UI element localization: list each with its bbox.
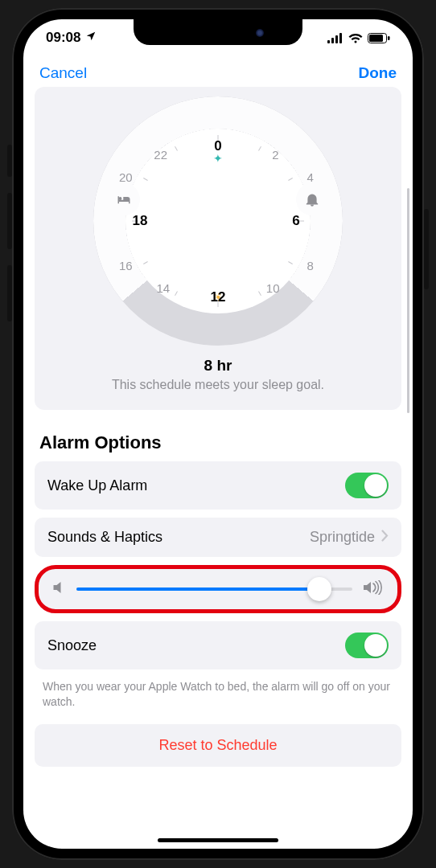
cellular-icon bbox=[327, 33, 343, 43]
svg-line-12 bbox=[288, 178, 292, 181]
svg-line-16 bbox=[143, 262, 147, 264]
sounds-value: Springtide bbox=[310, 529, 375, 546]
wake-up-label: Wake Up Alarm bbox=[47, 477, 147, 494]
done-button[interactable]: Done bbox=[359, 64, 397, 82]
svg-line-15 bbox=[175, 291, 178, 295]
status-time: 09:08 bbox=[46, 30, 80, 46]
snooze-label: Snooze bbox=[47, 637, 97, 654]
svg-rect-6 bbox=[388, 36, 390, 40]
volume-high-icon bbox=[364, 580, 383, 598]
sounds-label: Sounds & Haptics bbox=[47, 529, 162, 546]
sleep-dial[interactable]: ✦ ☀ 0 2 4 6 8 10 12 14 16 18 20 22 bbox=[93, 96, 343, 346]
sleep-duration: 8 hr bbox=[44, 357, 392, 375]
svg-line-13 bbox=[288, 262, 292, 264]
side-button bbox=[424, 209, 429, 289]
slider-thumb[interactable] bbox=[307, 577, 331, 601]
svg-line-17 bbox=[143, 178, 147, 181]
hour-8: 8 bbox=[307, 259, 314, 272]
screen: 09:08 bbox=[23, 19, 413, 849]
hour-14: 14 bbox=[156, 281, 170, 295]
reset-to-schedule-button[interactable]: Reset to Schedule bbox=[35, 724, 401, 767]
svg-line-11 bbox=[259, 146, 261, 150]
hour-2: 2 bbox=[272, 148, 278, 162]
phone-frame: 09:08 bbox=[12, 8, 424, 860]
svg-line-18 bbox=[175, 146, 178, 150]
volume-low-icon bbox=[53, 580, 65, 598]
svg-rect-1 bbox=[331, 38, 334, 43]
hour-10: 10 bbox=[266, 281, 280, 295]
watch-footnote: When you wear your Apple Watch to bed, t… bbox=[35, 678, 401, 724]
svg-rect-0 bbox=[327, 40, 330, 43]
hour-16: 16 bbox=[119, 259, 133, 272]
battery-icon bbox=[368, 33, 390, 43]
wake-up-alarm-row: Wake Up Alarm bbox=[35, 461, 401, 510]
wake-up-toggle[interactable] bbox=[345, 473, 389, 498]
hour-12: 12 bbox=[211, 289, 226, 305]
volume-row bbox=[35, 565, 401, 613]
svg-rect-2 bbox=[335, 35, 338, 43]
location-icon bbox=[85, 30, 97, 46]
hour-20: 20 bbox=[119, 170, 133, 184]
side-button bbox=[7, 265, 12, 321]
sounds-haptics-row[interactable]: Sounds & Haptics Springtide bbox=[35, 518, 401, 557]
slider-fill bbox=[76, 588, 319, 591]
volume-slider[interactable] bbox=[76, 582, 352, 596]
side-button bbox=[7, 193, 12, 249]
snooze-row: Snooze bbox=[35, 621, 401, 669]
content: ✦ ☀ 0 2 4 6 8 10 12 14 16 18 20 22 bbox=[23, 87, 413, 839]
svg-rect-5 bbox=[369, 35, 383, 42]
chevron-right-icon bbox=[381, 529, 389, 546]
nav-bar: Cancel Done bbox=[23, 56, 413, 87]
alarm-options-title: Alarm Options bbox=[35, 410, 401, 461]
wifi-icon bbox=[348, 33, 363, 43]
side-button bbox=[7, 145, 12, 177]
hour-4: 4 bbox=[307, 170, 314, 184]
wake-handle[interactable] bbox=[296, 183, 328, 215]
sleep-dial-card: ✦ ☀ 0 2 4 6 8 10 12 14 16 18 20 22 bbox=[35, 87, 401, 410]
svg-line-14 bbox=[259, 291, 261, 295]
cancel-button[interactable]: Cancel bbox=[39, 64, 87, 82]
hour-18: 18 bbox=[133, 213, 148, 229]
sleep-goal-text: This schedule meets your sleep goal. bbox=[44, 378, 392, 392]
scroll-indicator[interactable] bbox=[407, 188, 409, 413]
hour-0: 0 bbox=[214, 138, 221, 154]
hour-6: 6 bbox=[292, 213, 299, 229]
hour-22: 22 bbox=[154, 148, 167, 162]
notch bbox=[134, 19, 302, 45]
bedtime-handle[interactable] bbox=[108, 183, 140, 215]
reset-label: Reset to Schedule bbox=[158, 737, 277, 753]
home-indicator bbox=[158, 838, 278, 842]
svg-rect-3 bbox=[339, 33, 342, 43]
snooze-toggle[interactable] bbox=[345, 633, 389, 658]
